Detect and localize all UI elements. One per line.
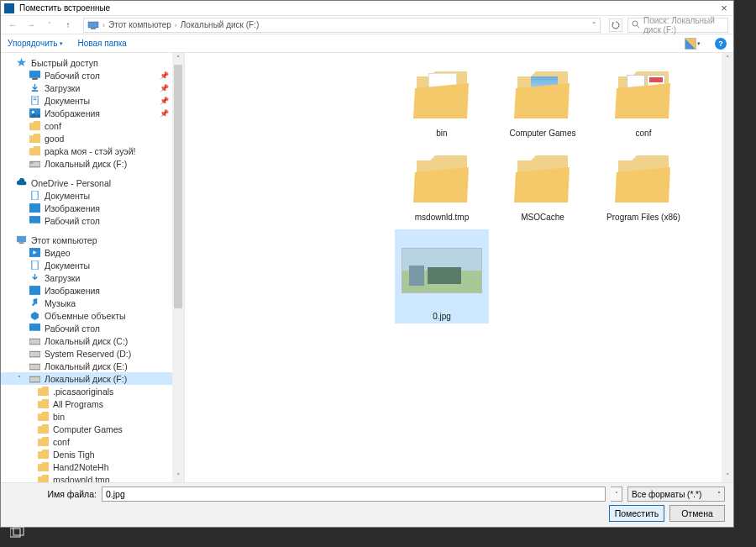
- folder-item[interactable]: Computer Games: [496, 61, 590, 139]
- tree-item[interactable]: conf: [1, 435, 172, 448]
- pictures-icon: [29, 108, 40, 118]
- breadcrumb-dropdown[interactable]: ˅: [592, 21, 596, 29]
- tree-item[interactable]: Загрузки📌: [1, 82, 172, 94]
- forward-button[interactable]: →: [24, 18, 38, 32]
- chevron-down-icon: ˅: [717, 491, 721, 498]
- tree-item[interactable]: Музыка: [1, 297, 172, 309]
- cancel-button[interactable]: Отмена: [669, 505, 725, 522]
- svg-rect-6: [29, 71, 40, 78]
- tree-item[interactable]: good: [1, 132, 172, 145]
- filename-label: Имя файла:: [9, 489, 97, 499]
- tree-item[interactable]: Рабочий стол: [1, 214, 172, 227]
- tree-scrollbar[interactable]: ˄ ˅: [172, 53, 184, 482]
- folder-item[interactable]: msdownld.tmp: [395, 145, 489, 223]
- close-button[interactable]: ×: [718, 3, 730, 13]
- breadcrumb-pc[interactable]: Этот компьютер: [108, 20, 171, 29]
- filetype-filter[interactable]: Все форматы (*.*) ˅: [627, 487, 725, 502]
- folder-icon: [38, 399, 49, 408]
- scroll-thumb[interactable]: [174, 65, 182, 308]
- svg-rect-18: [29, 216, 40, 224]
- svg-rect-14: [29, 161, 40, 167]
- folder-item[interactable]: MSOCache: [496, 145, 590, 223]
- tree-onedrive[interactable]: OneDrive - Personal: [1, 176, 172, 189]
- documents-icon: [29, 260, 40, 270]
- folder-icon: [38, 412, 49, 421]
- tree-item[interactable]: Объемные объекты: [1, 309, 172, 322]
- tree-item[interactable]: Denis Tigh: [1, 448, 172, 460]
- tree-item[interactable]: Рабочий стол📌: [1, 69, 172, 82]
- tree-item[interactable]: Изображения: [1, 202, 172, 214]
- folder-item[interactable]: bin: [395, 61, 489, 139]
- tree-item[interactable]: Локальный диск (E:): [1, 360, 172, 372]
- file-item-selected[interactable]: 0.jpg: [395, 229, 489, 323]
- tree-item[interactable]: Рабочий стол: [1, 322, 172, 334]
- tree-item[interactable]: Локальный диск (C:): [1, 334, 172, 347]
- content-pane: bin Computer Games: [184, 53, 733, 482]
- tree-item[interactable]: Документы: [1, 259, 172, 271]
- view-switcher[interactable]: ▾: [684, 38, 701, 50]
- tree-item[interactable]: Документы📌: [1, 94, 172, 107]
- file-grid[interactable]: bin Computer Games: [185, 53, 722, 482]
- chevron-right-icon: ›: [102, 21, 105, 29]
- breadcrumb[interactable]: › Этот компьютер › Локальный диск (F:) ˅: [83, 18, 601, 33]
- tree-item[interactable]: Локальный диск (F:): [1, 157, 172, 170]
- filename-input[interactable]: [102, 487, 606, 502]
- scroll-down-icon[interactable]: ˅: [722, 471, 733, 482]
- tree-item[interactable]: bin: [1, 410, 172, 423]
- tree-item[interactable]: .picasaoriginals: [1, 385, 172, 397]
- tree-item[interactable]: Hand2NoteHh: [1, 460, 172, 473]
- scroll-up-icon[interactable]: ˄: [722, 53, 733, 65]
- scroll-up-icon[interactable]: ˄: [172, 53, 184, 65]
- pc-icon: [87, 21, 99, 29]
- search-input[interactable]: Поиск: Локальный диск (F:): [627, 18, 728, 33]
- tree-item[interactable]: Изображения: [1, 284, 172, 297]
- tree-item[interactable]: Computer Games: [1, 423, 172, 435]
- tree-item[interactable]: papka моя - стэй эуэй!: [1, 145, 172, 157]
- taskbar-taskview-icon[interactable]: [10, 527, 25, 542]
- documents-icon: [29, 191, 40, 200]
- tree-quick-access[interactable]: Быстрый доступ: [1, 56, 172, 69]
- tree-item[interactable]: System Reserved (D:): [1, 347, 172, 360]
- app-icon: [4, 3, 14, 13]
- recent-dropdown[interactable]: ˅: [43, 18, 56, 32]
- up-button[interactable]: ↑: [61, 18, 75, 32]
- svg-rect-0: [88, 22, 98, 28]
- tree-item-selected[interactable]: ˅Локальный диск (F:): [1, 372, 172, 385]
- filename-history-dropdown[interactable]: ˅: [611, 487, 622, 502]
- folder-icon: [29, 121, 40, 130]
- nav-tree[interactable]: Быстрый доступ Рабочий стол📌 Загрузки📌 Д…: [1, 53, 172, 482]
- tree-item[interactable]: msdownld.tmp: [1, 473, 172, 482]
- tree-thispc[interactable]: Этот компьютер: [1, 234, 172, 246]
- ok-button[interactable]: Поместить: [609, 505, 664, 522]
- folder-item[interactable]: conf: [596, 61, 690, 139]
- pin-icon: 📌: [160, 84, 169, 92]
- tree-item[interactable]: Документы: [1, 189, 172, 202]
- star-icon: [16, 58, 27, 67]
- folder-icon: [38, 475, 49, 482]
- tree-item[interactable]: All Programs: [1, 397, 172, 410]
- help-button[interactable]: ?: [715, 38, 727, 50]
- expand-icon[interactable]: ˅: [18, 375, 21, 382]
- breadcrumb-drive[interactable]: Локальный диск (F:): [181, 20, 260, 29]
- navbar: ← → ˅ ↑ › Этот компьютер › Локальный дис…: [1, 16, 733, 34]
- tree-item[interactable]: Изображения📌: [1, 107, 172, 119]
- desktop-icon: [29, 323, 40, 333]
- svg-rect-28: [29, 376, 40, 382]
- search-icon: [632, 20, 640, 30]
- folder-icon: [38, 437, 49, 446]
- folder-icon: [413, 70, 470, 118]
- tree-item[interactable]: Загрузки: [1, 271, 172, 284]
- scroll-down-icon[interactable]: ˅: [172, 471, 184, 482]
- organize-menu[interactable]: Упорядочить ▾: [8, 39, 63, 48]
- svg-rect-19: [17, 236, 26, 242]
- folder-item[interactable]: Program Files (x86): [596, 145, 690, 223]
- tree-item[interactable]: conf: [1, 119, 172, 132]
- folder-icon: [514, 70, 571, 118]
- folder-icon: [38, 387, 49, 396]
- content-scrollbar[interactable]: ˄ ˅: [722, 53, 733, 482]
- refresh-button[interactable]: [609, 18, 622, 32]
- svg-rect-17: [29, 203, 40, 213]
- tree-item[interactable]: Видео: [1, 246, 172, 259]
- new-folder-button[interactable]: Новая папка: [78, 39, 127, 48]
- back-button[interactable]: ←: [6, 18, 19, 32]
